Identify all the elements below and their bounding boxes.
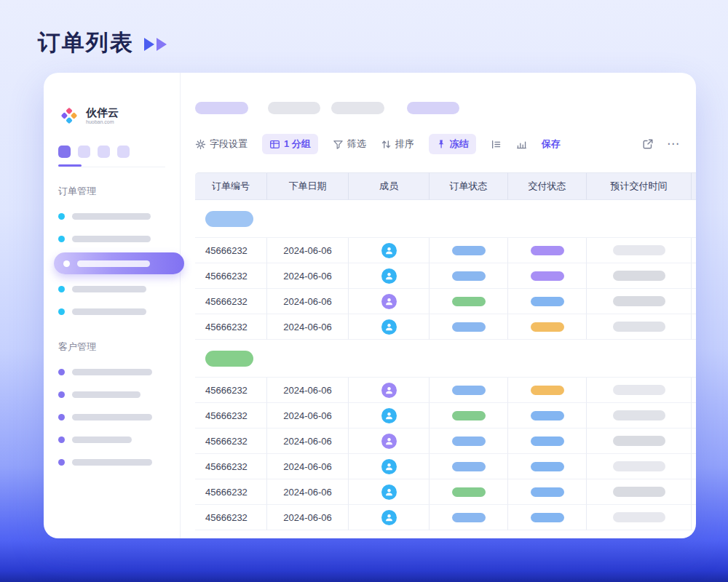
member-cell[interactable] bbox=[349, 238, 430, 263]
sidebar-item[interactable] bbox=[58, 451, 165, 474]
order-no-cell[interactable]: 45666232 bbox=[195, 454, 267, 479]
delivery-status-cell[interactable] bbox=[508, 378, 587, 403]
member-cell[interactable] bbox=[349, 505, 430, 530]
table-row[interactable]: 456662322024-06-06 bbox=[195, 314, 696, 340]
order-status-cell[interactable] bbox=[430, 238, 508, 263]
column-header-eta[interactable]: 预计交付时间 bbox=[587, 172, 692, 200]
order-no-cell[interactable]: 45666232 bbox=[195, 314, 267, 340]
workspace-tab-icon[interactable] bbox=[78, 146, 90, 158]
sidebar-item[interactable] bbox=[58, 300, 165, 323]
member-cell[interactable] bbox=[349, 454, 430, 479]
order-date-cell[interactable]: 2024-06-06 bbox=[267, 403, 349, 428]
member-cell[interactable] bbox=[349, 403, 430, 428]
more-button[interactable]: ⋯ bbox=[667, 140, 680, 148]
group-header-row[interactable] bbox=[195, 340, 696, 378]
order-date-cell[interactable]: 2024-06-06 bbox=[267, 238, 349, 263]
delivery-status-cell[interactable] bbox=[508, 314, 587, 340]
order-date-cell[interactable]: 2024-06-06 bbox=[267, 263, 349, 289]
table-row[interactable]: 456662322024-06-06 bbox=[195, 289, 696, 314]
table-row[interactable]: 456662322024-06-06 bbox=[195, 378, 696, 403]
order-status-cell[interactable] bbox=[430, 454, 508, 479]
eta-cell[interactable] bbox=[587, 454, 692, 479]
table-row[interactable]: 456662322024-06-06 bbox=[195, 454, 696, 479]
eta-cell[interactable] bbox=[587, 238, 692, 263]
table-row[interactable]: 456662322024-06-06 bbox=[195, 403, 696, 428]
eta-cell[interactable] bbox=[587, 428, 692, 454]
sidebar-item[interactable] bbox=[58, 205, 165, 228]
order-date-cell[interactable]: 2024-06-06 bbox=[267, 454, 349, 479]
sidebar-item[interactable] bbox=[58, 228, 165, 250]
sidebar-item-active[interactable] bbox=[54, 252, 184, 274]
eta-cell[interactable] bbox=[587, 263, 692, 289]
order-date-cell[interactable]: 2024-06-06 bbox=[267, 289, 349, 314]
order-no-cell[interactable]: 45666232 bbox=[195, 289, 267, 314]
workspace-tab-icon[interactable] bbox=[117, 146, 130, 158]
workspace-tab-icon[interactable] bbox=[98, 146, 110, 158]
order-date-cell[interactable]: 2024-06-06 bbox=[267, 314, 349, 340]
eta-cell[interactable] bbox=[587, 403, 692, 428]
order-no-cell[interactable]: 45666232 bbox=[195, 403, 267, 428]
order-status-cell[interactable] bbox=[430, 289, 508, 314]
order-status-cell[interactable] bbox=[430, 263, 508, 289]
column-header-delivery-status[interactable]: 交付状态 bbox=[508, 172, 587, 200]
member-cell[interactable] bbox=[349, 479, 430, 505]
logo[interactable]: 伙伴云 huoban.com bbox=[58, 105, 165, 127]
eta-cell[interactable] bbox=[587, 505, 692, 530]
eta-cell[interactable] bbox=[587, 479, 692, 505]
order-status-cell[interactable] bbox=[430, 314, 508, 340]
member-cell[interactable] bbox=[349, 378, 430, 403]
order-no-cell[interactable]: 45666232 bbox=[195, 428, 267, 454]
table-row[interactable]: 456662322024-06-06 bbox=[195, 505, 696, 530]
eta-cell[interactable] bbox=[587, 289, 692, 314]
order-no-cell[interactable]: 45666232 bbox=[195, 479, 267, 505]
column-header-member[interactable]: 成员 bbox=[349, 172, 430, 200]
sidebar-item[interactable] bbox=[58, 383, 165, 406]
member-cell[interactable] bbox=[349, 428, 430, 454]
order-no-cell[interactable]: 45666232 bbox=[195, 238, 267, 263]
workspace-tab-icon[interactable] bbox=[58, 146, 71, 158]
table-row[interactable]: 456662322024-06-06 bbox=[195, 238, 696, 263]
delivery-status-cell[interactable] bbox=[508, 428, 587, 454]
member-cell[interactable] bbox=[349, 314, 430, 340]
table-row[interactable]: 456662322024-06-06 bbox=[195, 263, 696, 289]
share-export-icon[interactable] bbox=[642, 138, 654, 150]
column-header-order-status[interactable]: 订单状态 bbox=[430, 172, 508, 200]
order-status-cell[interactable] bbox=[430, 378, 508, 403]
order-no-cell[interactable]: 45666232 bbox=[195, 505, 267, 530]
order-date-cell[interactable]: 2024-06-06 bbox=[267, 378, 349, 403]
table-row[interactable]: 456662322024-06-06 bbox=[195, 479, 696, 505]
delivery-status-cell[interactable] bbox=[508, 479, 587, 505]
row-height-button[interactable] bbox=[491, 139, 502, 150]
order-date-cell[interactable]: 2024-06-06 bbox=[267, 479, 349, 505]
delivery-status-cell[interactable] bbox=[508, 505, 587, 530]
order-status-cell[interactable] bbox=[430, 479, 508, 505]
delivery-status-cell[interactable] bbox=[508, 403, 587, 428]
eta-cell[interactable] bbox=[587, 378, 692, 403]
member-cell[interactable] bbox=[349, 289, 430, 314]
sidebar-item[interactable] bbox=[58, 406, 165, 428]
order-date-cell[interactable]: 2024-06-06 bbox=[267, 428, 349, 454]
group-header-row[interactable] bbox=[195, 200, 696, 238]
filter-button[interactable]: 筛选 bbox=[333, 137, 366, 151]
order-no-cell[interactable]: 45666232 bbox=[195, 263, 267, 289]
save-button[interactable]: 保存 bbox=[542, 137, 561, 151]
order-date-cell[interactable]: 2024-06-06 bbox=[267, 505, 349, 530]
sidebar-item[interactable] bbox=[58, 278, 165, 300]
sidebar-item[interactable] bbox=[58, 361, 165, 383]
chart-button[interactable] bbox=[516, 139, 527, 150]
table-row[interactable]: 456662322024-06-06 bbox=[195, 428, 696, 454]
delivery-status-cell[interactable] bbox=[508, 263, 587, 289]
member-cell[interactable] bbox=[349, 263, 430, 289]
column-header-date[interactable]: 下单日期 bbox=[267, 172, 349, 200]
sort-button[interactable]: 排序 bbox=[381, 137, 414, 151]
order-status-cell[interactable] bbox=[430, 505, 508, 530]
delivery-status-cell[interactable] bbox=[508, 454, 587, 479]
eta-cell[interactable] bbox=[587, 314, 692, 340]
delivery-status-cell[interactable] bbox=[508, 289, 587, 314]
sidebar-item[interactable] bbox=[58, 428, 165, 451]
freeze-button[interactable]: 冻结 bbox=[429, 134, 476, 154]
order-no-cell[interactable]: 45666232 bbox=[195, 378, 267, 403]
column-header-order-no[interactable]: 订单编号 bbox=[195, 172, 267, 200]
order-status-cell[interactable] bbox=[430, 428, 508, 454]
delivery-status-cell[interactable] bbox=[508, 238, 587, 263]
